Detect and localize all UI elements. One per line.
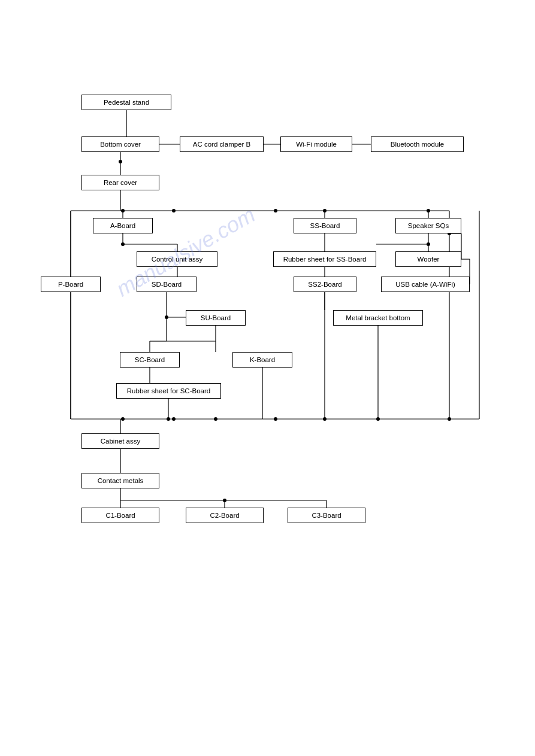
svg-point-24 bbox=[121, 242, 125, 246]
svg-point-57 bbox=[448, 417, 451, 421]
svg-point-41 bbox=[427, 242, 430, 246]
svg-point-60 bbox=[167, 417, 170, 421]
svg-point-54 bbox=[274, 417, 277, 421]
cabinet-assy-box: Cabinet assy bbox=[81, 433, 159, 449]
rubber-ss-box: Rubber sheet for SS-Board bbox=[273, 251, 376, 267]
svg-point-52 bbox=[172, 417, 176, 421]
svg-point-2 bbox=[119, 160, 122, 163]
ac-cord-box: AC cord clamper B bbox=[180, 136, 264, 152]
ss-board-box: SS-Board bbox=[294, 218, 356, 233]
rubber-sc-box: Rubber sheet for SC-Board bbox=[116, 383, 221, 399]
svg-point-28 bbox=[165, 315, 168, 319]
pedestal-stand-box: Pedestal stand bbox=[81, 95, 171, 110]
bottom-cover-box: Bottom cover bbox=[81, 136, 159, 152]
svg-point-16 bbox=[427, 209, 430, 212]
c3-board-box: C3-Board bbox=[288, 508, 365, 523]
p-board-box: P-Board bbox=[41, 277, 101, 292]
ss2-board-box: SS2-Board bbox=[294, 277, 356, 292]
metal-bracket-box: Metal bracket bottom bbox=[333, 310, 423, 326]
c1-board-box: C1-Board bbox=[81, 508, 159, 523]
rear-cover-box: Rear cover bbox=[81, 175, 159, 190]
su-board-box: SU-Board bbox=[186, 310, 246, 326]
diagram-container: Pedestal stand Bottom cover AC cord clam… bbox=[0, 0, 535, 756]
connector-lines bbox=[0, 0, 535, 756]
sd-board-box: SD-Board bbox=[137, 277, 197, 292]
bluetooth-module-box: Bluetooth module bbox=[371, 136, 464, 152]
svg-point-12 bbox=[121, 209, 125, 212]
c2-board-box: C2-Board bbox=[186, 508, 264, 523]
speaker-sqs-box: Speaker SQs bbox=[395, 218, 461, 233]
svg-point-55 bbox=[323, 417, 327, 421]
a-board-box: A-Board bbox=[93, 218, 153, 233]
svg-point-13 bbox=[172, 209, 176, 212]
contact-metals-box: Contact metals bbox=[81, 473, 159, 488]
control-unit-box: Control unit assy bbox=[137, 251, 217, 267]
usb-cable-box: USB cable (A-WiFi) bbox=[381, 277, 470, 292]
sc-board-box: SC-Board bbox=[120, 352, 180, 368]
svg-point-68 bbox=[223, 499, 226, 502]
svg-point-14 bbox=[274, 209, 277, 212]
woofer-box: Woofer bbox=[395, 251, 461, 267]
wifi-module-box: Wi-Fi module bbox=[280, 136, 352, 152]
svg-point-15 bbox=[323, 209, 327, 212]
svg-point-53 bbox=[214, 417, 217, 421]
k-board-box: K-Board bbox=[232, 352, 292, 368]
svg-point-56 bbox=[376, 417, 380, 421]
svg-point-51 bbox=[121, 417, 125, 421]
